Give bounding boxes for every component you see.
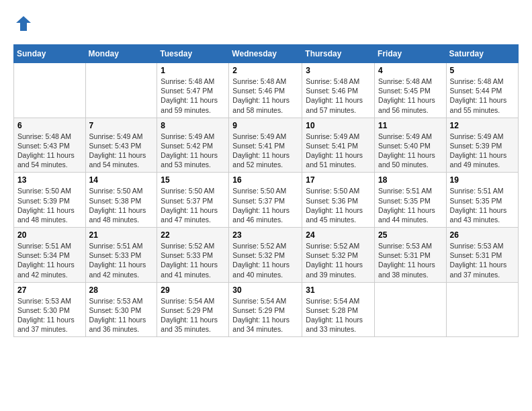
day-number: 19: [450, 175, 515, 185]
cell-info: Sunrise: 5:49 AMSunset: 5:42 PMDaylight:…: [161, 132, 225, 170]
cell-info: Sunrise: 5:53 AMSunset: 5:30 PMDaylight:…: [17, 296, 82, 334]
cell-info: Sunrise: 5:50 AMSunset: 5:37 PMDaylight:…: [161, 186, 225, 224]
cell-info: Sunrise: 5:53 AMSunset: 5:31 PMDaylight:…: [378, 241, 443, 279]
week-row-5: 27Sunrise: 5:53 AMSunset: 5:30 PMDayligh…: [14, 282, 519, 337]
day-number: 23: [232, 230, 298, 240]
day-number: 18: [378, 175, 443, 185]
cell-info: Sunrise: 5:52 AMSunset: 5:32 PMDaylight:…: [306, 241, 371, 279]
day-number: 2: [232, 66, 298, 75]
calendar-cell: 26Sunrise: 5:53 AMSunset: 5:31 PMDayligh…: [446, 228, 518, 283]
calendar-cell: 4Sunrise: 5:48 AMSunset: 5:45 PMDaylight…: [375, 63, 447, 118]
day-number: 15: [161, 175, 225, 185]
day-number: 24: [306, 230, 371, 240]
cell-info: Sunrise: 5:50 AMSunset: 5:38 PMDaylight:…: [89, 186, 154, 224]
week-row-2: 6Sunrise: 5:48 AMSunset: 5:43 PMDaylight…: [14, 118, 519, 173]
calendar-cell: 30Sunrise: 5:54 AMSunset: 5:29 PMDayligh…: [229, 282, 302, 337]
calendar-cell: 12Sunrise: 5:49 AMSunset: 5:39 PMDayligh…: [446, 118, 518, 173]
day-number: 17: [306, 175, 371, 185]
calendar-cell: 22Sunrise: 5:52 AMSunset: 5:33 PMDayligh…: [157, 228, 229, 283]
cell-info: Sunrise: 5:52 AMSunset: 5:33 PMDaylight:…: [161, 241, 225, 279]
calendar-cell: 20Sunrise: 5:51 AMSunset: 5:34 PMDayligh…: [14, 228, 86, 283]
day-number: 6: [17, 121, 82, 130]
calendar-cell: 11Sunrise: 5:49 AMSunset: 5:40 PMDayligh…: [375, 118, 447, 173]
day-number: 20: [17, 230, 82, 240]
calendar-cell: 25Sunrise: 5:53 AMSunset: 5:31 PMDayligh…: [375, 228, 447, 283]
cell-info: Sunrise: 5:53 AMSunset: 5:30 PMDaylight:…: [89, 296, 154, 334]
calendar-cell: 28Sunrise: 5:53 AMSunset: 5:30 PMDayligh…: [85, 282, 157, 337]
calendar-cell: 27Sunrise: 5:53 AMSunset: 5:30 PMDayligh…: [14, 282, 86, 337]
calendar-cell: 24Sunrise: 5:52 AMSunset: 5:32 PMDayligh…: [302, 228, 375, 283]
weekday-header-friday: Friday: [375, 45, 447, 63]
day-number: 14: [89, 175, 154, 185]
cell-info: Sunrise: 5:49 AMSunset: 5:39 PMDaylight:…: [450, 132, 515, 170]
cell-info: Sunrise: 5:51 AMSunset: 5:35 PMDaylight:…: [450, 186, 515, 224]
calendar-cell: 10Sunrise: 5:49 AMSunset: 5:41 PMDayligh…: [302, 118, 375, 173]
calendar-cell: 3Sunrise: 5:48 AMSunset: 5:46 PMDaylight…: [302, 63, 375, 118]
day-number: 26: [450, 230, 515, 240]
day-number: 21: [89, 230, 154, 240]
day-number: 12: [450, 121, 515, 130]
calendar-cell: 6Sunrise: 5:48 AMSunset: 5:43 PMDaylight…: [14, 118, 86, 173]
cell-info: Sunrise: 5:51 AMSunset: 5:35 PMDaylight:…: [378, 186, 443, 224]
calendar: SundayMondayTuesdayWednesdayThursdayFrid…: [13, 44, 519, 337]
weekday-header-row: SundayMondayTuesdayWednesdayThursdayFrid…: [14, 45, 519, 63]
cell-info: Sunrise: 5:54 AMSunset: 5:28 PMDaylight:…: [306, 296, 371, 334]
calendar-cell: 21Sunrise: 5:51 AMSunset: 5:33 PMDayligh…: [85, 228, 157, 283]
week-row-1: 1Sunrise: 5:48 AMSunset: 5:47 PMDaylight…: [14, 63, 519, 118]
cell-info: Sunrise: 5:48 AMSunset: 5:47 PMDaylight:…: [161, 77, 225, 115]
day-number: 25: [378, 230, 443, 240]
cell-info: Sunrise: 5:50 AMSunset: 5:39 PMDaylight:…: [17, 186, 82, 224]
cell-info: Sunrise: 5:49 AMSunset: 5:43 PMDaylight:…: [89, 132, 154, 170]
week-row-4: 20Sunrise: 5:51 AMSunset: 5:34 PMDayligh…: [14, 228, 519, 283]
calendar-cell: 15Sunrise: 5:50 AMSunset: 5:37 PMDayligh…: [157, 173, 229, 228]
calendar-cell: 13Sunrise: 5:50 AMSunset: 5:39 PMDayligh…: [14, 173, 86, 228]
day-number: 11: [378, 121, 443, 130]
calendar-cell: [375, 282, 447, 337]
cell-info: Sunrise: 5:51 AMSunset: 5:34 PMDaylight:…: [17, 241, 82, 279]
weekday-header-thursday: Thursday: [302, 45, 375, 63]
cell-info: Sunrise: 5:49 AMSunset: 5:41 PMDaylight:…: [306, 132, 371, 170]
calendar-cell: 23Sunrise: 5:52 AMSunset: 5:32 PMDayligh…: [229, 228, 302, 283]
weekday-header-sunday: Sunday: [14, 45, 86, 63]
weekday-header-tuesday: Tuesday: [157, 45, 229, 63]
day-number: 16: [232, 175, 298, 185]
cell-info: Sunrise: 5:52 AMSunset: 5:32 PMDaylight:…: [232, 241, 298, 279]
calendar-cell: 29Sunrise: 5:54 AMSunset: 5:29 PMDayligh…: [157, 282, 229, 337]
week-row-3: 13Sunrise: 5:50 AMSunset: 5:39 PMDayligh…: [14, 173, 519, 228]
day-number: 9: [232, 121, 298, 130]
logo: [13, 13, 36, 34]
cell-info: Sunrise: 5:54 AMSunset: 5:29 PMDaylight:…: [232, 296, 298, 334]
calendar-cell: 8Sunrise: 5:49 AMSunset: 5:42 PMDaylight…: [157, 118, 229, 173]
cell-info: Sunrise: 5:49 AMSunset: 5:40 PMDaylight:…: [378, 132, 443, 170]
calendar-cell: [14, 63, 86, 118]
weekday-header-monday: Monday: [85, 45, 157, 63]
cell-info: Sunrise: 5:48 AMSunset: 5:45 PMDaylight:…: [378, 77, 443, 115]
page-header: [13, 13, 519, 34]
cell-info: Sunrise: 5:50 AMSunset: 5:36 PMDaylight:…: [306, 186, 371, 224]
calendar-cell: 17Sunrise: 5:50 AMSunset: 5:36 PMDayligh…: [302, 173, 375, 228]
day-number: 13: [17, 175, 82, 185]
calendar-cell: 16Sunrise: 5:50 AMSunset: 5:37 PMDayligh…: [229, 173, 302, 228]
weekday-header-wednesday: Wednesday: [229, 45, 302, 63]
day-number: 29: [161, 285, 225, 295]
day-number: 1: [161, 66, 225, 75]
calendar-cell: 19Sunrise: 5:51 AMSunset: 5:35 PMDayligh…: [446, 173, 518, 228]
calendar-cell: 5Sunrise: 5:48 AMSunset: 5:44 PMDaylight…: [446, 63, 518, 118]
day-number: 7: [89, 121, 154, 130]
cell-info: Sunrise: 5:48 AMSunset: 5:46 PMDaylight:…: [306, 77, 371, 115]
calendar-cell: 18Sunrise: 5:51 AMSunset: 5:35 PMDayligh…: [375, 173, 447, 228]
cell-info: Sunrise: 5:49 AMSunset: 5:41 PMDaylight:…: [232, 132, 298, 170]
weekday-header-saturday: Saturday: [446, 45, 518, 63]
cell-info: Sunrise: 5:48 AMSunset: 5:46 PMDaylight:…: [232, 77, 298, 115]
cell-info: Sunrise: 5:50 AMSunset: 5:37 PMDaylight:…: [232, 186, 298, 224]
day-number: 10: [306, 121, 371, 130]
day-number: 27: [17, 285, 82, 295]
day-number: 28: [89, 285, 154, 295]
day-number: 22: [161, 230, 225, 240]
day-number: 4: [378, 66, 443, 75]
calendar-cell: 9Sunrise: 5:49 AMSunset: 5:41 PMDaylight…: [229, 118, 302, 173]
calendar-cell: 31Sunrise: 5:54 AMSunset: 5:28 PMDayligh…: [302, 282, 375, 337]
logo-icon: [13, 13, 34, 34]
day-number: 3: [306, 66, 371, 75]
cell-info: Sunrise: 5:54 AMSunset: 5:29 PMDaylight:…: [161, 296, 225, 334]
